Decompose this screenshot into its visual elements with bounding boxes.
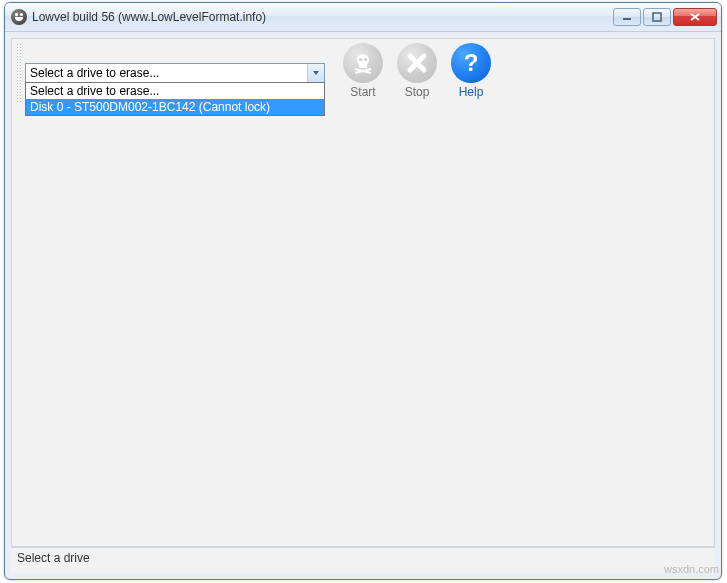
close-icon xyxy=(689,12,701,22)
dropdown-item[interactable]: Select a drive to erase... xyxy=(26,83,324,99)
toolbar: Select a drive to erase... Select a driv… xyxy=(12,39,714,103)
watermark: wsxdn.com xyxy=(664,563,719,575)
drive-select[interactable]: Select a drive to erase... xyxy=(25,63,325,83)
minimize-button[interactable] xyxy=(613,8,641,26)
start-label: Start xyxy=(350,85,375,99)
drive-select-text: Select a drive to erase... xyxy=(26,66,307,80)
drive-select-button[interactable] xyxy=(307,64,324,82)
status-text: Select a drive xyxy=(17,551,90,565)
close-button[interactable] xyxy=(673,8,717,26)
stop-button[interactable]: Stop xyxy=(393,43,441,99)
svg-point-5 xyxy=(364,58,367,61)
skull-icon xyxy=(343,43,383,83)
chevron-down-icon xyxy=(312,69,320,77)
svg-rect-1 xyxy=(653,13,661,21)
stop-label: Stop xyxy=(405,85,430,99)
svg-point-4 xyxy=(359,58,362,61)
svg-rect-3 xyxy=(359,64,367,68)
svg-rect-0 xyxy=(623,18,631,20)
window-controls xyxy=(613,8,717,26)
statusbar: Select a drive xyxy=(11,547,715,573)
maximize-icon xyxy=(652,12,662,22)
drive-select-dropdown[interactable]: Select a drive to erase... Disk 0 - ST50… xyxy=(25,82,325,116)
start-button[interactable]: Start xyxy=(339,43,387,99)
x-icon xyxy=(397,43,437,83)
toolbar-grip xyxy=(16,43,22,103)
titlebar[interactable]: Lowvel build 56 (www.LowLevelFormat.info… xyxy=(5,3,721,32)
minimize-icon xyxy=(622,12,632,22)
client-area: Select a drive to erase... Select a driv… xyxy=(11,38,715,547)
app-window: Lowvel build 56 (www.LowLevelFormat.info… xyxy=(4,2,722,580)
help-label: Help xyxy=(459,85,484,99)
drive-select-wrapper: Select a drive to erase... Select a driv… xyxy=(25,63,325,83)
help-button[interactable]: ? Help xyxy=(447,43,495,99)
maximize-button[interactable] xyxy=(643,8,671,26)
question-icon: ? xyxy=(451,43,491,83)
svg-text:?: ? xyxy=(464,49,479,76)
dropdown-item[interactable]: Disk 0 - ST500DM002-1BC142 (Cannot lock) xyxy=(26,99,324,115)
app-icon xyxy=(11,9,27,25)
action-buttons: Start Stop ? Help xyxy=(339,43,495,99)
window-title: Lowvel build 56 (www.LowLevelFormat.info… xyxy=(32,10,613,24)
